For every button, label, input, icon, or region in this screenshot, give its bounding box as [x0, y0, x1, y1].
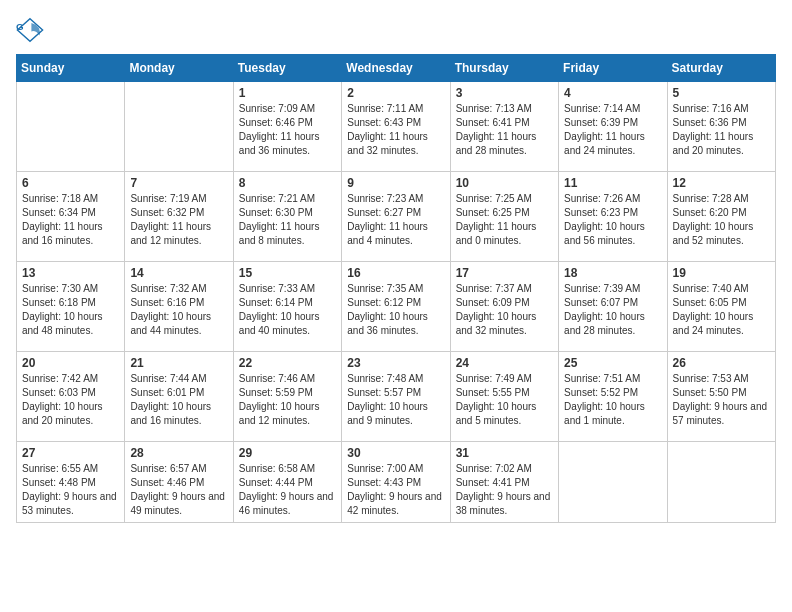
day-number: 19 — [673, 266, 770, 280]
day-number: 18 — [564, 266, 661, 280]
day-info: Sunrise: 7:32 AM Sunset: 6:16 PM Dayligh… — [130, 282, 227, 338]
day-number: 28 — [130, 446, 227, 460]
day-cell: 1Sunrise: 7:09 AM Sunset: 6:46 PM Daylig… — [233, 82, 341, 172]
day-info: Sunrise: 7:48 AM Sunset: 5:57 PM Dayligh… — [347, 372, 444, 428]
day-info: Sunrise: 6:57 AM Sunset: 4:46 PM Dayligh… — [130, 462, 227, 518]
day-cell: 2Sunrise: 7:11 AM Sunset: 6:43 PM Daylig… — [342, 82, 450, 172]
day-info: Sunrise: 7:35 AM Sunset: 6:12 PM Dayligh… — [347, 282, 444, 338]
day-number: 9 — [347, 176, 444, 190]
day-cell: 10Sunrise: 7:25 AM Sunset: 6:25 PM Dayli… — [450, 172, 558, 262]
day-cell: 27Sunrise: 6:55 AM Sunset: 4:48 PM Dayli… — [17, 442, 125, 523]
day-info: Sunrise: 7:37 AM Sunset: 6:09 PM Dayligh… — [456, 282, 553, 338]
day-cell: 14Sunrise: 7:32 AM Sunset: 6:16 PM Dayli… — [125, 262, 233, 352]
day-cell — [559, 442, 667, 523]
col-sunday: Sunday — [17, 55, 125, 82]
page-header: G — [16, 16, 776, 44]
day-number: 2 — [347, 86, 444, 100]
day-info: Sunrise: 7:39 AM Sunset: 6:07 PM Dayligh… — [564, 282, 661, 338]
day-number: 10 — [456, 176, 553, 190]
col-tuesday: Tuesday — [233, 55, 341, 82]
day-number: 30 — [347, 446, 444, 460]
day-cell: 30Sunrise: 7:00 AM Sunset: 4:43 PM Dayli… — [342, 442, 450, 523]
day-cell: 29Sunrise: 6:58 AM Sunset: 4:44 PM Dayli… — [233, 442, 341, 523]
day-cell: 23Sunrise: 7:48 AM Sunset: 5:57 PM Dayli… — [342, 352, 450, 442]
logo: G — [16, 16, 46, 44]
day-info: Sunrise: 7:13 AM Sunset: 6:41 PM Dayligh… — [456, 102, 553, 158]
day-number: 24 — [456, 356, 553, 370]
day-number: 20 — [22, 356, 119, 370]
day-info: Sunrise: 7:23 AM Sunset: 6:27 PM Dayligh… — [347, 192, 444, 248]
day-info: Sunrise: 7:14 AM Sunset: 6:39 PM Dayligh… — [564, 102, 661, 158]
day-number: 8 — [239, 176, 336, 190]
day-info: Sunrise: 7:30 AM Sunset: 6:18 PM Dayligh… — [22, 282, 119, 338]
col-thursday: Thursday — [450, 55, 558, 82]
day-info: Sunrise: 7:18 AM Sunset: 6:34 PM Dayligh… — [22, 192, 119, 248]
day-cell — [17, 82, 125, 172]
day-number: 22 — [239, 356, 336, 370]
day-number: 23 — [347, 356, 444, 370]
day-cell: 18Sunrise: 7:39 AM Sunset: 6:07 PM Dayli… — [559, 262, 667, 352]
col-monday: Monday — [125, 55, 233, 82]
day-number: 31 — [456, 446, 553, 460]
day-number: 13 — [22, 266, 119, 280]
day-cell: 7Sunrise: 7:19 AM Sunset: 6:32 PM Daylig… — [125, 172, 233, 262]
week-row-4: 20Sunrise: 7:42 AM Sunset: 6:03 PM Dayli… — [17, 352, 776, 442]
day-number: 4 — [564, 86, 661, 100]
day-cell: 8Sunrise: 7:21 AM Sunset: 6:30 PM Daylig… — [233, 172, 341, 262]
day-cell: 9Sunrise: 7:23 AM Sunset: 6:27 PM Daylig… — [342, 172, 450, 262]
col-wednesday: Wednesday — [342, 55, 450, 82]
day-cell — [125, 82, 233, 172]
day-info: Sunrise: 7:40 AM Sunset: 6:05 PM Dayligh… — [673, 282, 770, 338]
day-info: Sunrise: 6:58 AM Sunset: 4:44 PM Dayligh… — [239, 462, 336, 518]
day-info: Sunrise: 7:21 AM Sunset: 6:30 PM Dayligh… — [239, 192, 336, 248]
day-number: 11 — [564, 176, 661, 190]
logo-icon: G — [16, 16, 44, 44]
week-row-5: 27Sunrise: 6:55 AM Sunset: 4:48 PM Dayli… — [17, 442, 776, 523]
day-info: Sunrise: 7:42 AM Sunset: 6:03 PM Dayligh… — [22, 372, 119, 428]
calendar-body: 1Sunrise: 7:09 AM Sunset: 6:46 PM Daylig… — [17, 82, 776, 523]
day-info: Sunrise: 7:33 AM Sunset: 6:14 PM Dayligh… — [239, 282, 336, 338]
day-info: Sunrise: 7:44 AM Sunset: 6:01 PM Dayligh… — [130, 372, 227, 428]
day-info: Sunrise: 7:11 AM Sunset: 6:43 PM Dayligh… — [347, 102, 444, 158]
day-cell — [667, 442, 775, 523]
day-cell: 11Sunrise: 7:26 AM Sunset: 6:23 PM Dayli… — [559, 172, 667, 262]
day-cell: 24Sunrise: 7:49 AM Sunset: 5:55 PM Dayli… — [450, 352, 558, 442]
day-info: Sunrise: 7:00 AM Sunset: 4:43 PM Dayligh… — [347, 462, 444, 518]
day-info: Sunrise: 7:16 AM Sunset: 6:36 PM Dayligh… — [673, 102, 770, 158]
day-info: Sunrise: 7:19 AM Sunset: 6:32 PM Dayligh… — [130, 192, 227, 248]
day-number: 7 — [130, 176, 227, 190]
day-number: 6 — [22, 176, 119, 190]
day-number: 27 — [22, 446, 119, 460]
day-info: Sunrise: 7:53 AM Sunset: 5:50 PM Dayligh… — [673, 372, 770, 428]
day-info: Sunrise: 7:25 AM Sunset: 6:25 PM Dayligh… — [456, 192, 553, 248]
day-cell: 15Sunrise: 7:33 AM Sunset: 6:14 PM Dayli… — [233, 262, 341, 352]
day-cell: 6Sunrise: 7:18 AM Sunset: 6:34 PM Daylig… — [17, 172, 125, 262]
day-number: 5 — [673, 86, 770, 100]
day-number: 26 — [673, 356, 770, 370]
day-cell: 17Sunrise: 7:37 AM Sunset: 6:09 PM Dayli… — [450, 262, 558, 352]
day-cell: 12Sunrise: 7:28 AM Sunset: 6:20 PM Dayli… — [667, 172, 775, 262]
day-info: Sunrise: 6:55 AM Sunset: 4:48 PM Dayligh… — [22, 462, 119, 518]
day-cell: 25Sunrise: 7:51 AM Sunset: 5:52 PM Dayli… — [559, 352, 667, 442]
day-cell: 16Sunrise: 7:35 AM Sunset: 6:12 PM Dayli… — [342, 262, 450, 352]
day-cell: 4Sunrise: 7:14 AM Sunset: 6:39 PM Daylig… — [559, 82, 667, 172]
calendar-table: Sunday Monday Tuesday Wednesday Thursday… — [16, 54, 776, 523]
day-info: Sunrise: 7:26 AM Sunset: 6:23 PM Dayligh… — [564, 192, 661, 248]
week-row-3: 13Sunrise: 7:30 AM Sunset: 6:18 PM Dayli… — [17, 262, 776, 352]
col-friday: Friday — [559, 55, 667, 82]
week-row-2: 6Sunrise: 7:18 AM Sunset: 6:34 PM Daylig… — [17, 172, 776, 262]
day-info: Sunrise: 7:09 AM Sunset: 6:46 PM Dayligh… — [239, 102, 336, 158]
day-number: 3 — [456, 86, 553, 100]
day-number: 17 — [456, 266, 553, 280]
day-cell: 21Sunrise: 7:44 AM Sunset: 6:01 PM Dayli… — [125, 352, 233, 442]
day-cell: 5Sunrise: 7:16 AM Sunset: 6:36 PM Daylig… — [667, 82, 775, 172]
day-info: Sunrise: 7:28 AM Sunset: 6:20 PM Dayligh… — [673, 192, 770, 248]
day-cell: 19Sunrise: 7:40 AM Sunset: 6:05 PM Dayli… — [667, 262, 775, 352]
day-number: 15 — [239, 266, 336, 280]
day-info: Sunrise: 7:49 AM Sunset: 5:55 PM Dayligh… — [456, 372, 553, 428]
day-info: Sunrise: 7:46 AM Sunset: 5:59 PM Dayligh… — [239, 372, 336, 428]
col-saturday: Saturday — [667, 55, 775, 82]
day-number: 21 — [130, 356, 227, 370]
day-number: 16 — [347, 266, 444, 280]
day-cell: 20Sunrise: 7:42 AM Sunset: 6:03 PM Dayli… — [17, 352, 125, 442]
